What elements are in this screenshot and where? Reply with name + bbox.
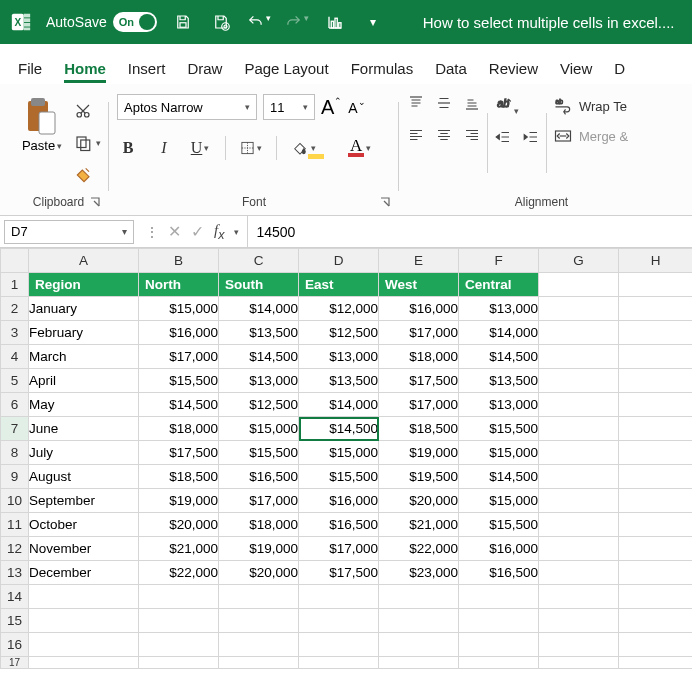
chart-icon[interactable] <box>323 13 347 31</box>
cell-G12[interactable] <box>539 537 619 561</box>
cell-A2[interactable]: January <box>29 297 139 321</box>
cell-B12[interactable]: $21,000 <box>139 537 219 561</box>
cell-B11[interactable]: $20,000 <box>139 513 219 537</box>
tab-page-layout[interactable]: Page Layout <box>244 52 328 83</box>
col-header-D[interactable]: D <box>299 249 379 273</box>
row-header-11[interactable]: 11 <box>1 513 29 537</box>
cell-A8[interactable]: July <box>29 441 139 465</box>
cell-F16[interactable] <box>459 633 539 657</box>
cell-D3[interactable]: $12,500 <box>299 321 379 345</box>
cell-D10[interactable]: $16,000 <box>299 489 379 513</box>
cell-H6[interactable] <box>619 393 693 417</box>
cell-B4[interactable]: $17,000 <box>139 345 219 369</box>
cell-E12[interactable]: $22,000 <box>379 537 459 561</box>
tab-view[interactable]: View <box>560 52 592 83</box>
tab-d[interactable]: D <box>614 52 625 83</box>
bold-button[interactable]: B <box>117 139 139 157</box>
cell-C16[interactable] <box>219 633 299 657</box>
row-header-14[interactable]: 14 <box>1 585 29 609</box>
cell-E9[interactable]: $19,500 <box>379 465 459 489</box>
cell-E11[interactable]: $21,000 <box>379 513 459 537</box>
cell-B9[interactable]: $18,500 <box>139 465 219 489</box>
cell-E2[interactable]: $16,000 <box>379 297 459 321</box>
cell-D11[interactable]: $16,500 <box>299 513 379 537</box>
cell-H9[interactable] <box>619 465 693 489</box>
cell-C7[interactable]: $15,000 <box>219 417 299 441</box>
cell-G10[interactable] <box>539 489 619 513</box>
decrease-font-button[interactable]: A⌄ <box>348 99 365 116</box>
cell-A11[interactable]: October <box>29 513 139 537</box>
cell-A7[interactable]: June <box>29 417 139 441</box>
cell-A3[interactable]: February <box>29 321 139 345</box>
cell-A14[interactable] <box>29 585 139 609</box>
align-top-button[interactable] <box>407 94 425 116</box>
row-header-6[interactable]: 6 <box>1 393 29 417</box>
cell-B8[interactable]: $17,500 <box>139 441 219 465</box>
col-header-G[interactable]: G <box>539 249 619 273</box>
cell-F15[interactable] <box>459 609 539 633</box>
cell-B3[interactable]: $16,000 <box>139 321 219 345</box>
cell-A1[interactable]: Region <box>29 273 139 297</box>
cell-B15[interactable] <box>139 609 219 633</box>
row-header-12[interactable]: 12 <box>1 537 29 561</box>
cell-G8[interactable] <box>539 441 619 465</box>
cell-F5[interactable]: $13,500 <box>459 369 539 393</box>
clipboard-dialog-launcher[interactable] <box>89 196 101 211</box>
cell-A15[interactable] <box>29 609 139 633</box>
cell-B14[interactable] <box>139 585 219 609</box>
cell-H3[interactable] <box>619 321 693 345</box>
cell-H12[interactable] <box>619 537 693 561</box>
cell-D7[interactable]: $14,500 <box>299 417 379 441</box>
row-header-1[interactable]: 1 <box>1 273 29 297</box>
cell-E1[interactable]: West <box>379 273 459 297</box>
align-right-button[interactable] <box>463 126 481 148</box>
cell-C14[interactable] <box>219 585 299 609</box>
cell-D16[interactable] <box>299 633 379 657</box>
cell-H8[interactable] <box>619 441 693 465</box>
cell-B1[interactable]: North <box>139 273 219 297</box>
cell-E7[interactable]: $18,500 <box>379 417 459 441</box>
italic-button[interactable]: I <box>153 139 175 157</box>
cell-D14[interactable] <box>299 585 379 609</box>
cell-H7[interactable] <box>619 417 693 441</box>
merge-center-button[interactable]: Merge & <box>553 126 628 146</box>
cell-A5[interactable]: April <box>29 369 139 393</box>
font-dialog-launcher[interactable] <box>379 196 391 211</box>
row-header-9[interactable]: 9 <box>1 465 29 489</box>
copy-button[interactable]: ▾ <box>74 130 101 156</box>
increase-font-button[interactable]: A⌃ <box>321 96 342 119</box>
font-color-button[interactable]: A ▾ <box>348 139 371 157</box>
autosave-toggle[interactable]: AutoSave On <box>46 12 157 32</box>
cell-A16[interactable] <box>29 633 139 657</box>
cell-G3[interactable] <box>539 321 619 345</box>
align-left-button[interactable] <box>407 126 425 148</box>
cell-F9[interactable]: $14,500 <box>459 465 539 489</box>
cell-F7[interactable]: $15,500 <box>459 417 539 441</box>
cell-C4[interactable]: $14,500 <box>219 345 299 369</box>
cell-H13[interactable] <box>619 561 693 585</box>
cell-H11[interactable] <box>619 513 693 537</box>
cell-A4[interactable]: March <box>29 345 139 369</box>
cell-C13[interactable]: $20,000 <box>219 561 299 585</box>
cell-H4[interactable] <box>619 345 693 369</box>
cell-E14[interactable] <box>379 585 459 609</box>
cell-E4[interactable]: $18,000 <box>379 345 459 369</box>
tab-formulas[interactable]: Formulas <box>351 52 414 83</box>
cell-B10[interactable]: $19,000 <box>139 489 219 513</box>
cell-H14[interactable] <box>619 585 693 609</box>
cell-G13[interactable] <box>539 561 619 585</box>
cell-B7[interactable]: $18,000 <box>139 417 219 441</box>
increase-indent-button[interactable] <box>522 128 540 150</box>
cancel-formula-icon[interactable]: ✕ <box>168 222 181 241</box>
row-header-5[interactable]: 5 <box>1 369 29 393</box>
cell-F13[interactable]: $16,500 <box>459 561 539 585</box>
paste-button[interactable]: Paste▾ <box>16 94 68 153</box>
cell-G1[interactable] <box>539 273 619 297</box>
row-header-10[interactable]: 10 <box>1 489 29 513</box>
cell-E16[interactable] <box>379 633 459 657</box>
cell-F2[interactable]: $13,000 <box>459 297 539 321</box>
cell-F4[interactable]: $14,500 <box>459 345 539 369</box>
cell-C5[interactable]: $13,000 <box>219 369 299 393</box>
tab-home[interactable]: Home <box>64 52 106 83</box>
cell-G14[interactable] <box>539 585 619 609</box>
